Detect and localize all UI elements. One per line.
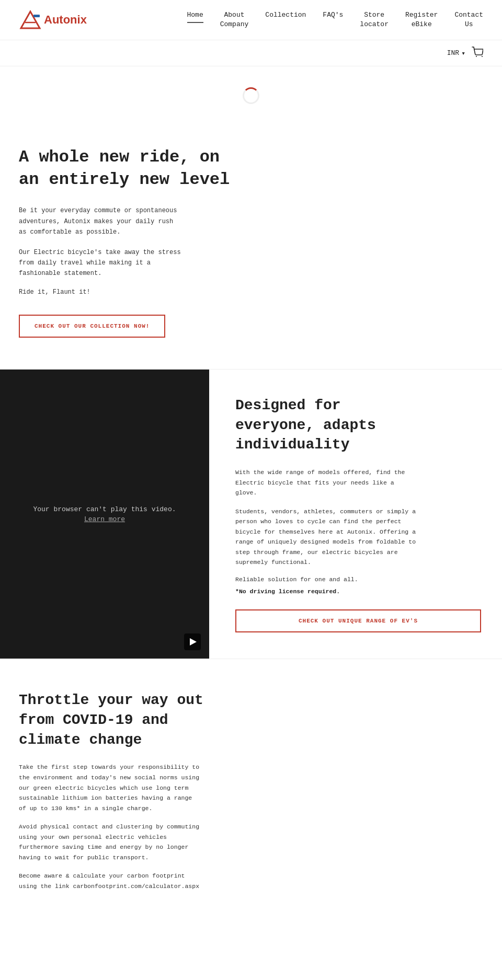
loading-spinner	[243, 87, 259, 104]
nav-collection[interactable]: Collection	[265, 10, 306, 20]
middle-tagline: Reliable solution for one and all.	[235, 576, 481, 583]
hero-tagline: Ride it, Flaunt it!	[19, 289, 483, 296]
nav-register[interactable]: RegistereBike	[405, 10, 438, 29]
hero-desc-1: Be it your everyday commute or spontaneo…	[19, 205, 181, 237]
hero-section: A whole new ride, on an entirely new lev…	[0, 114, 502, 370]
video-learn-more-link[interactable]: Learn more	[84, 515, 125, 523]
svg-point-3	[476, 56, 477, 57]
main-nav: Home AboutCompany Collection FAQ's Store…	[187, 10, 484, 29]
hero-cta-button[interactable]: CHECK OUT OUR COLLECTION NOW!	[19, 315, 165, 338]
logo-icon	[19, 9, 42, 30]
bottom-desc-2: Avoid physical contact and clustering by…	[19, 822, 202, 862]
svg-rect-2	[33, 15, 40, 17]
video-column: Your browser can't play this video. Lear…	[0, 370, 209, 659]
middle-title: Designed for everyone, adapts individual…	[235, 396, 413, 455]
logo-text: Autonix	[44, 13, 87, 27]
nav-home[interactable]: Home	[187, 10, 203, 23]
nav-about[interactable]: AboutCompany	[220, 10, 249, 29]
svg-point-4	[482, 56, 483, 57]
middle-text-column: Designed for everyone, adapts individual…	[209, 370, 502, 659]
logo[interactable]: Autonix	[19, 9, 87, 30]
cart-icon[interactable]	[472, 47, 483, 60]
play-button[interactable]	[184, 633, 201, 650]
bottom-title: Throttle your way out from COVID-19 and …	[19, 690, 207, 750]
nav-faqs[interactable]: FAQ's	[323, 10, 343, 20]
middle-desc-1: With the wide range of models offered, f…	[235, 467, 418, 498]
bottom-section: Throttle your way out from COVID-19 and …	[0, 659, 502, 931]
bottom-desc-1: Take the first step towards your respons…	[19, 762, 202, 813]
currency-selector[interactable]: INR ▾	[447, 49, 465, 57]
svg-marker-0	[21, 11, 40, 28]
middle-note: *No driving license required.	[235, 588, 481, 595]
nav-contact[interactable]: ContactUs	[454, 10, 483, 29]
currency-row: INR ▾	[0, 40, 502, 66]
hero-title: A whole new ride, on an entirely new lev…	[19, 146, 238, 191]
middle-desc-2: Students, vendors, athletes, commuters o…	[235, 506, 418, 568]
video-placeholder-text: Your browser can't play this video.	[22, 504, 186, 515]
bottom-desc-3: Become aware & calculate your carbon foo…	[19, 871, 202, 891]
nav-store[interactable]: Storelocator	[360, 10, 389, 29]
chevron-down-icon: ▾	[461, 49, 465, 57]
middle-cta-button[interactable]: CHECK OUT UNIQUE RANGE OF EV'S	[235, 609, 481, 632]
middle-section: Your browser can't play this video. Lear…	[0, 370, 502, 659]
play-triangle-icon	[190, 638, 197, 645]
header: Autonix Home AboutCompany Collection FAQ…	[0, 0, 502, 40]
hero-desc-2: Our Electric bicycle's take away the str…	[19, 247, 181, 279]
loading-spinner-area	[0, 66, 502, 114]
